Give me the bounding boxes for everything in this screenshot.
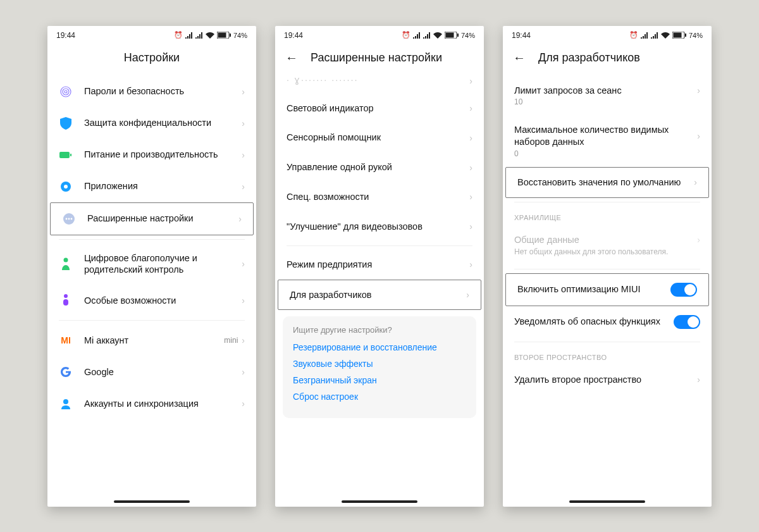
row-video-call-enhancement[interactable]: "Улучшение" для видеовызовов › — [275, 212, 484, 242]
advanced-list: · ɣ······· ······· › Световой индикатор … — [275, 76, 484, 507]
row-sub: Нет общих данных для этого пользователя. — [514, 247, 700, 256]
row-one-handed[interactable]: Управление одной рукой › — [275, 152, 484, 182]
row-digital-wellbeing[interactable]: Цифровое благополучие и родительский кон… — [47, 244, 256, 285]
row-danger-feature-notify[interactable]: Уведомлять об опасных функциях — [503, 306, 712, 338]
svg-rect-2 — [230, 34, 231, 37]
toggle-on[interactable] — [674, 315, 700, 329]
nav-home-indicator[interactable] — [569, 500, 645, 503]
hint-link-sound[interactable]: Звуковые эффекты — [293, 359, 466, 369]
phone-developer-options: 19:44 ⏰ 74% ← Для разработчиков Лимит за… — [503, 26, 712, 507]
row-battery-performance[interactable]: Питание и производительность › — [47, 139, 256, 171]
mi-logo-icon: MI — [59, 333, 73, 347]
row-label: Спец. возможности — [287, 191, 469, 203]
page-title: ← Расширенные настройки — [275, 45, 484, 76]
signal-icon-2 — [423, 32, 431, 39]
status-icons: ⏰ 74% — [174, 31, 247, 39]
signal-icon-2 — [651, 32, 658, 39]
row-led-indicator[interactable]: Световой индикатор › — [275, 94, 484, 123]
chevron-right-icon: › — [469, 259, 472, 269]
row-enterprise-mode[interactable]: Режим предприятия › — [275, 250, 484, 280]
row-apps[interactable]: Приложения › — [47, 171, 256, 202]
fingerprint-icon — [59, 85, 73, 99]
svg-rect-19 — [445, 33, 454, 38]
svg-point-4 — [63, 89, 69, 95]
status-bar: 19:44 ⏰ 74% — [275, 26, 484, 45]
chevron-right-icon: › — [469, 221, 472, 232]
svg-rect-23 — [685, 34, 686, 37]
chevron-right-icon: › — [242, 259, 245, 269]
chevron-right-icon: › — [469, 133, 472, 143]
wifi-icon — [206, 32, 214, 39]
chevron-right-icon: › — [697, 374, 700, 385]
row-google[interactable]: Google › — [47, 356, 256, 388]
row-label: Цифровое благополучие и родительский кон… — [84, 252, 242, 276]
row-max-visible-datasets[interactable]: Максимальное количество видимых наборов … — [503, 115, 712, 167]
row-passwords-security[interactable]: Пароли и безопасность › — [47, 76, 256, 108]
back-button[interactable]: ← — [513, 51, 526, 64]
google-icon — [59, 365, 73, 379]
toggle-on[interactable] — [670, 283, 697, 297]
svg-rect-16 — [63, 299, 68, 306]
row-label: Удалить второе пространство — [514, 374, 697, 386]
row-touch-assistant[interactable]: Сенсорный помощник › — [275, 123, 484, 152]
battery-percent: 74% — [461, 32, 475, 39]
row-special-access[interactable]: Спец. возможности › — [275, 182, 484, 212]
hint-link-reset[interactable]: Сброс настроек — [293, 392, 466, 402]
row-shared-data: Общие данные › Нет общих данных для этог… — [503, 225, 712, 265]
page-title: Настройки — [47, 45, 256, 76]
chevron-right-icon: › — [242, 87, 245, 97]
status-icons: ⏰ 74% — [629, 31, 703, 39]
wifi-icon — [661, 32, 670, 39]
row-session-request-limit[interactable]: Лимит запросов за сеанс › 10 — [503, 76, 712, 116]
row-label: Защита конфиденциальности — [84, 117, 242, 129]
row-label: Для разработчиков — [290, 289, 466, 301]
row-mi-account[interactable]: MI Mi аккаунт mini › — [47, 325, 256, 356]
signal-icon — [185, 32, 193, 39]
nav-home-indicator[interactable] — [114, 500, 190, 503]
alarm-icon: ⏰ — [629, 31, 638, 39]
dots-icon — [62, 212, 76, 226]
row-trail: mini — [224, 336, 238, 345]
row-label: Включить оптимизацию MIUI — [517, 283, 670, 295]
row-advanced-settings[interactable]: Расширенные настройки › — [50, 202, 254, 235]
svg-point-14 — [64, 258, 68, 263]
row-developer-options[interactable]: Для разработчиков › — [278, 280, 481, 311]
chevron-right-icon: › — [242, 399, 245, 409]
chevron-right-icon: › — [466, 290, 469, 300]
svg-rect-20 — [457, 34, 459, 37]
phone-advanced-settings: 19:44 ⏰ 74% ← Расширенные настройки · ɣ·… — [275, 26, 484, 507]
hint-link-backup[interactable]: Резервирование и восстановление — [293, 342, 466, 352]
wifi-icon — [433, 32, 442, 39]
chevron-right-icon: › — [697, 85, 700, 96]
divider — [287, 245, 472, 246]
status-bar: 19:44 ⏰ 74% — [503, 26, 712, 45]
svg-point-17 — [63, 399, 68, 404]
row-label: Режим предприятия — [287, 259, 469, 271]
row-privacy[interactable]: Защита конфиденциальности › — [47, 108, 256, 139]
row-value: 10 — [514, 97, 700, 106]
row-miui-optimization[interactable]: Включить оптимизацию MIUI — [505, 273, 709, 306]
chevron-right-icon: › — [697, 235, 700, 245]
svg-point-9 — [64, 185, 68, 189]
chevron-right-icon: › — [242, 367, 245, 377]
row-accessibility[interactable]: Особые возможности › — [47, 285, 256, 316]
alarm-icon: ⏰ — [402, 31, 410, 39]
divider — [514, 202, 700, 202]
hint-title: Ищите другие настройки? — [293, 325, 466, 335]
row-accounts-sync[interactable]: Аккаунты и синхронизация › — [47, 388, 256, 419]
row-delete-second-space[interactable]: Удалить второе пространство › — [503, 365, 712, 395]
row-reset-defaults[interactable]: Восстановить значения по умолчанию › — [505, 167, 709, 198]
row-label: Лимит запросов за сеанс — [514, 85, 697, 97]
nav-home-indicator[interactable] — [342, 500, 417, 503]
row-label: Световой индикатор — [287, 102, 469, 114]
row-label: Уведомлять об опасных функциях — [514, 316, 674, 328]
svg-point-11 — [66, 218, 68, 220]
svg-rect-7 — [70, 154, 71, 156]
section-storage: ХРАНИЛИЩЕ — [503, 206, 712, 225]
back-button[interactable]: ← — [285, 51, 298, 64]
svg-rect-1 — [218, 33, 226, 38]
hint-link-fullscreen[interactable]: Безграничный экран — [293, 375, 466, 385]
row-button-functions-cut[interactable]: · ɣ······· ······· › — [275, 76, 484, 94]
signal-icon-2 — [195, 32, 203, 39]
svg-point-13 — [71, 218, 73, 220]
